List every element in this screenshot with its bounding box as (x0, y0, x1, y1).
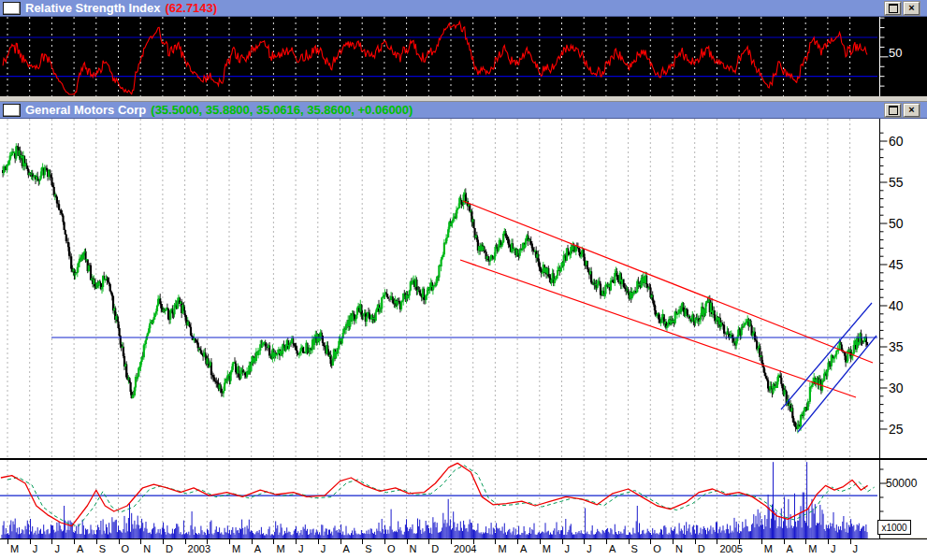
month-label: A (787, 543, 793, 554)
month-tick (828, 539, 829, 544)
month-label: O (122, 543, 130, 554)
month-label: M (764, 543, 773, 554)
maximize-icon (889, 106, 898, 115)
month-label: S (99, 543, 106, 554)
month-tick (673, 539, 674, 544)
month-tick (562, 539, 563, 544)
month-tick (761, 539, 762, 544)
window-buttons: × (885, 104, 924, 117)
month-tick (229, 539, 230, 544)
month-label: A (77, 543, 83, 554)
close-icon: × (908, 3, 914, 13)
month-tick (163, 539, 164, 544)
month-tick (296, 539, 297, 544)
month-label: J (321, 543, 326, 554)
price-axis-tick-label: 45 (889, 257, 904, 272)
month-label: A (254, 543, 261, 554)
volume-chart[interactable] (0, 460, 927, 538)
maximize-icon (889, 4, 898, 13)
month-label: N (143, 543, 151, 554)
month-label: M (10, 543, 19, 554)
month-tick (318, 539, 319, 544)
price-axis-tick-label: 50 (889, 216, 904, 231)
window-buttons: × (885, 2, 924, 15)
month-label: M (276, 543, 284, 554)
month-label: J (853, 543, 859, 554)
month-tick (451, 539, 452, 544)
year-label: 2005 (719, 543, 742, 554)
gm-ohlc-value: (35.5000, 35.8800, 35.0616, 35.8600, +0.… (151, 103, 413, 117)
month-tick (74, 539, 75, 544)
rsi-chart[interactable] (0, 17, 927, 96)
month-label: J (565, 543, 571, 554)
maximize-button[interactable] (885, 104, 901, 117)
volume-axis-tick-label: 50000 (886, 477, 917, 490)
month-label: J (33, 543, 38, 554)
month-tick (695, 539, 696, 544)
month-label: J (831, 543, 836, 554)
month-tick (517, 539, 518, 544)
price-axis-tick-label: 55 (889, 175, 904, 190)
month-tick (717, 539, 717, 544)
month-tick (96, 539, 97, 544)
month-tick (119, 539, 120, 544)
month-label: A (343, 543, 350, 554)
close-icon: × (908, 105, 914, 115)
month-label: J (587, 543, 592, 554)
year-label: 2003 (188, 543, 210, 554)
month-tick (51, 539, 52, 544)
rsi-titlebar[interactable]: Relative Strength Index (62.7143) × (0, 0, 927, 17)
month-label: S (631, 543, 638, 554)
month-tick (540, 539, 541, 544)
month-tick (805, 539, 806, 544)
month-label: M (232, 543, 240, 554)
price-axis-tick-label: 30 (889, 381, 904, 395)
price-axis-tick-label: 40 (889, 298, 904, 313)
month-tick (384, 539, 385, 544)
month-label: N (675, 543, 683, 554)
chart-icon (3, 104, 21, 117)
close-button[interactable]: × (904, 2, 920, 15)
month-tick (584, 539, 585, 544)
price-axis-tick-label: 35 (889, 339, 904, 354)
year-label: 2004 (454, 543, 476, 554)
month-label: D (166, 543, 173, 554)
rsi-value: (62.7143) (165, 1, 217, 15)
month-tick (140, 539, 141, 544)
volume-multiplier-label: x1000 (877, 520, 911, 535)
month-label: O (387, 543, 396, 554)
month-tick (273, 539, 274, 544)
month-tick (362, 539, 363, 544)
maximize-button[interactable] (885, 2, 901, 15)
month-label: J (54, 543, 60, 554)
gm-titlebar[interactable]: General Motors Corp (35.5000, 35.8800, 3… (0, 102, 927, 119)
month-label: O (653, 543, 661, 554)
month-tick (495, 539, 496, 544)
rsi-axis-tick-label: 50 (889, 46, 902, 60)
month-tick (185, 539, 186, 544)
month-label: J (298, 543, 304, 554)
date-axis: MJJASOND2003MAMJJASOND2004MAMJJASOND2005… (0, 538, 927, 560)
month-tick (407, 539, 408, 544)
month-tick (340, 539, 341, 544)
price-background (0, 119, 927, 458)
month-tick (30, 539, 31, 544)
month-label: S (365, 543, 371, 554)
month-tick (850, 539, 851, 544)
price-chart[interactable]: 6055504540353025 (0, 119, 927, 458)
month-label: N (410, 543, 417, 554)
gm-title: General Motors Corp (25, 103, 146, 117)
rsi-title: Relative Strength Index (25, 1, 160, 15)
month-tick (252, 539, 253, 544)
month-tick (784, 539, 785, 544)
month-tick (629, 539, 630, 544)
close-button[interactable]: × (904, 104, 920, 117)
month-tick (428, 539, 429, 544)
month-tick (606, 539, 607, 544)
month-label: M (498, 543, 506, 554)
price-axis-tick-label: 60 (889, 134, 904, 149)
month-label: M (543, 543, 551, 554)
month-label: D (431, 543, 439, 554)
month-tick (7, 539, 8, 544)
month-label: D (698, 543, 705, 554)
